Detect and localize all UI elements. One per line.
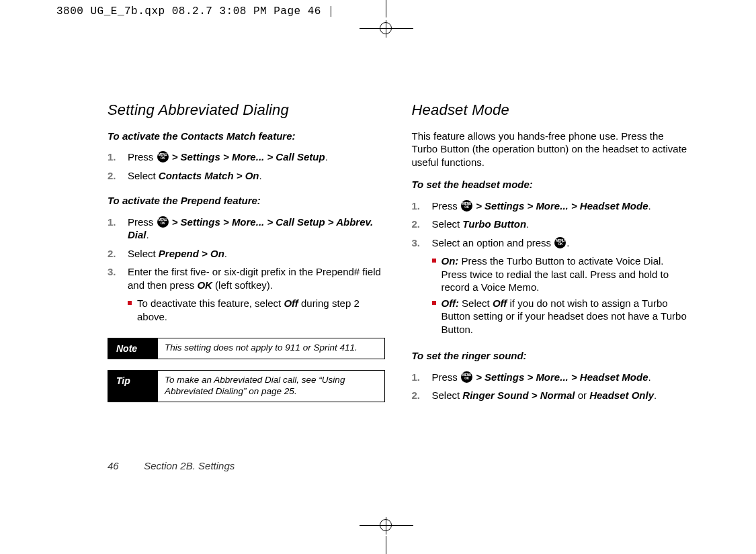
steps-prepend: 1. Press > Settings > More... > Call Set… — [108, 213, 385, 328]
page-number: 46 — [108, 460, 141, 471]
step-h2: 2. Select Turbo Button. — [412, 215, 689, 234]
step-3b: 3. Enter the first five- or six-digit pr… — [108, 263, 385, 327]
lead-ringer-sound: To set the ringer sound: — [412, 349, 689, 363]
option-on: On: Press the Turbo Button to activate V… — [432, 253, 689, 295]
option-off: Off: Select Off if you do not wish to as… — [432, 295, 689, 338]
option-list: On: Press the Turbo Button to activate V… — [432, 253, 689, 337]
steps-set-headset: 1. Press > Settings > More... > Headset … — [412, 197, 689, 340]
registration-mark-bottom — [366, 518, 407, 548]
menu-ok-icon — [461, 200, 472, 212]
step-1b: 1. Press > Settings > More... > Call Set… — [108, 213, 385, 244]
menu-ok-icon — [157, 216, 169, 228]
slug-bar — [331, 6, 331, 17]
heading-abbrev-dialing: Setting Abbreviated Dialing — [108, 101, 385, 120]
left-column: Setting Abbreviated Dialing To activate … — [108, 101, 385, 409]
lead-contacts-match: To activate the Contacts Match feature: — [108, 130, 385, 143]
step-1: 1. Press > Settings > More... > Call Set… — [108, 148, 385, 167]
print-slug: 3800 UG_E_7b.qxp 08.2.7 3:08 PM Page 46 — [56, 5, 331, 17]
step-r2: 2. Select Ringer Sound > Normal or Heads… — [412, 386, 689, 405]
step-2: 2. Select Contacts Match > On. — [108, 167, 385, 185]
tip-label: Tip — [108, 371, 158, 402]
footer-section: Section 2B. Settings — [144, 460, 235, 471]
tip-text: To make an Abbreviated Dial call, see “U… — [158, 371, 384, 402]
heading-headset-mode: Headset Mode — [412, 101, 689, 120]
headset-intro: This feature allows you hands-free phone… — [412, 130, 689, 169]
step-r1: 1. Press > Settings > More... > Headset … — [412, 368, 689, 387]
note-label: Note — [108, 338, 158, 359]
substep-deactivate: To deactivate this feature, select Off d… — [128, 295, 385, 324]
steps-contacts-match: 1. Press > Settings > More... > Call Set… — [108, 148, 385, 185]
menu-ok-icon — [461, 371, 472, 383]
step-h1: 1. Press > Settings > More... > Headset … — [412, 197, 689, 216]
steps-ringer-sound: 1. Press > Settings > More... > Headset … — [412, 368, 689, 405]
menu-ok-icon — [157, 151, 169, 163]
lead-prepend: To activate the Prepend feature: — [108, 194, 385, 207]
note-callout: Note This setting does not apply to 911 … — [108, 338, 385, 359]
note-text: This setting does not apply to 911 or Sp… — [158, 338, 384, 359]
substeps: To deactivate this feature, select Off d… — [128, 295, 385, 324]
registration-mark-top — [366, 11, 407, 40]
tip-callout: Tip To make an Abbreviated Dial call, se… — [108, 370, 385, 402]
two-column-body: Setting Abbreviated Dialing To activate … — [108, 101, 689, 409]
right-column: Headset Mode This feature allows you han… — [412, 101, 689, 409]
slug-text: 3800 UG_E_7b.qxp 08.2.7 3:08 PM Page 46 — [56, 5, 321, 17]
step-2b: 2. Select Prepend > On. — [108, 244, 385, 263]
lead-set-headset: To set the headset mode: — [412, 178, 689, 191]
step-h3: 3. Select an option and press . On: Pres… — [412, 234, 689, 340]
page-footer: 46 Section 2B. Settings — [108, 460, 235, 471]
menu-ok-icon — [554, 237, 566, 248]
